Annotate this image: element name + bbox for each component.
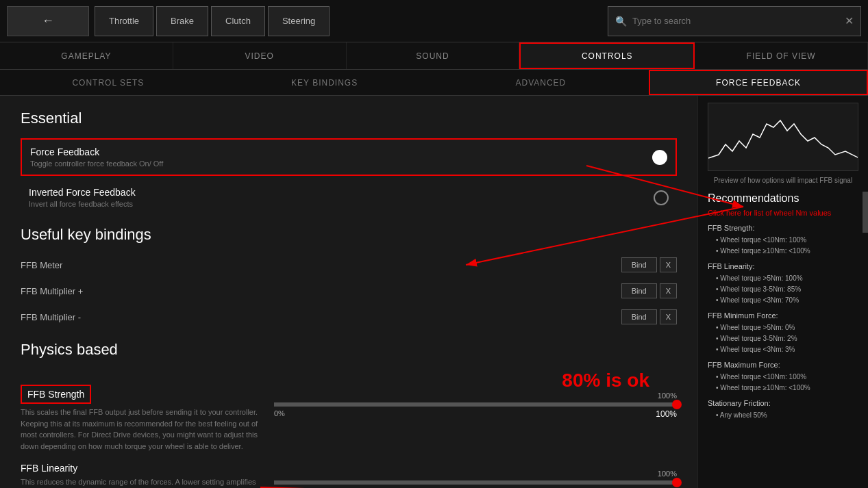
binding-row-1: FFB Multiplier + Bind X bbox=[21, 281, 677, 301]
tab-video[interactable]: VIDEO bbox=[173, 42, 347, 69]
ffb-linearity-label-row: FFB Linearity This reduces the dynamic r… bbox=[21, 463, 677, 488]
essential-title: Essential bbox=[21, 110, 677, 127]
force-feedback-name: Force Feedback bbox=[30, 146, 645, 157]
force-feedback-info: Force Feedback Toggle controller force f… bbox=[30, 146, 645, 168]
physics-based-title: Physics based bbox=[21, 341, 677, 359]
ffb-strength-fill bbox=[274, 402, 677, 407]
binding-row-2: FFB Multiplier - Bind X bbox=[21, 307, 677, 327]
ffb-linearity-top-label: 100% bbox=[274, 470, 677, 478]
rec-item-1-1: Wheel torque 3-5Nm: 85% bbox=[708, 284, 858, 295]
tab-sound[interactable]: SOUND bbox=[347, 42, 520, 69]
tab-gameplay[interactable]: GAMEPLAY bbox=[0, 42, 173, 69]
ffb-linearity-label-col: FFB Linearity This reduces the dynamic r… bbox=[21, 463, 260, 488]
search-box: 🔍 ✕ bbox=[608, 6, 861, 36]
ffb-linearity-thumb[interactable] bbox=[672, 478, 682, 487]
bind-button-2[interactable]: Bind bbox=[621, 309, 657, 324]
ffb-linearity-name: FFB Linearity bbox=[21, 463, 260, 474]
binding-name-0: FFB Meter bbox=[21, 260, 619, 270]
tab-clutch[interactable]: Clutch bbox=[211, 6, 265, 36]
useful-key-bindings-section: Useful key bindings FFB Meter Bind X FFB… bbox=[21, 226, 677, 327]
x-button-0[interactable]: X bbox=[660, 257, 677, 272]
ffb-strength-label-row: FFB Strength This scales the final FFB o… bbox=[21, 385, 677, 452]
physics-based-section: Physics based 80% is ok FFB Strength Thi… bbox=[21, 341, 677, 488]
tab-brake[interactable]: Brake bbox=[156, 6, 208, 36]
force-feedback-toggle[interactable] bbox=[652, 150, 667, 165]
ffb-linearity-desc: This reduces the dynamic range of the fo… bbox=[21, 476, 260, 488]
ffb-linearity-slider-col: 100% 50% 100% bbox=[274, 463, 677, 488]
sub-tabs: CONTROL SETS KEY BINDINGS ADVANCED FORCE… bbox=[0, 70, 868, 96]
rec-cat-2: FFB Minimum Force: bbox=[708, 311, 858, 320]
rec-item-1-0: Wheel torque >5Nm: 100% bbox=[708, 273, 858, 284]
rec-cat-3: FFB Maximum Force: bbox=[708, 361, 858, 369]
rec-item-0-0: Wheel torque <10Nm: 100% bbox=[708, 235, 858, 246]
ffb-strength-desc: This scales the final FFB output just be… bbox=[21, 407, 260, 452]
tab-field-of-view[interactable]: FIELD OF VIEW bbox=[695, 42, 868, 69]
rec-item-2-0: Wheel torque >5Nm: 0% bbox=[708, 322, 858, 333]
content-wrapper: Essential Force Feedback Toggle controll… bbox=[0, 96, 868, 488]
scrollbar-track bbox=[863, 192, 868, 488]
rec-cat-4: Stationary Friction: bbox=[708, 399, 858, 407]
ffb-strength-thumb[interactable] bbox=[672, 400, 682, 409]
ffb-linearity-row: FFB Linearity This reduces the dynamic r… bbox=[21, 463, 677, 488]
bind-button-1[interactable]: Bind bbox=[621, 283, 657, 298]
ffb-strength-top-label: 100% bbox=[274, 391, 677, 400]
tab-controls[interactable]: CONTROLS bbox=[519, 42, 695, 69]
back-button[interactable]: ← bbox=[7, 6, 89, 36]
ffb-preview bbox=[708, 103, 858, 171]
subtab-control-sets[interactable]: CONTROL SETS bbox=[0, 70, 216, 95]
tab-steering[interactable]: Steering bbox=[268, 6, 330, 36]
subtab-force-feedback[interactable]: FORCE FEEDBACK bbox=[649, 70, 868, 95]
rec-link[interactable]: Click here for list of wheel Nm values bbox=[708, 209, 858, 217]
inverted-force-feedback-name: Inverted Force Feedback bbox=[29, 187, 647, 198]
rec-item-0-1: Wheel torque ≥10Nm: <100% bbox=[708, 246, 858, 257]
top-bar: ← Throttle Brake Clutch Steering 🔍 ✕ bbox=[0, 0, 868, 42]
ffb-linearity-fill bbox=[274, 480, 677, 485]
ffb-strength-label-col: FFB Strength This scales the final FFB o… bbox=[21, 385, 260, 452]
binding-name-1: FFB Multiplier + bbox=[21, 286, 619, 296]
force-feedback-desc: Toggle controller force feedback On/ Off bbox=[30, 159, 645, 168]
subtab-advanced[interactable]: ADVANCED bbox=[433, 70, 649, 95]
binding-row-0: FFB Meter Bind X bbox=[21, 255, 677, 275]
binding-name-2: FFB Multiplier - bbox=[21, 312, 619, 322]
rec-item-3-1: Wheel torque ≥10Nm: <100% bbox=[708, 383, 858, 394]
main-tabs: GAMEPLAY VIDEO SOUND CONTROLS FIELD OF V… bbox=[0, 42, 868, 70]
inverted-force-feedback-desc: Invert all force feedback effects bbox=[29, 200, 647, 208]
rec-item-4-0: Any wheel 50% bbox=[708, 410, 858, 421]
ffb-strength-row: FFB Strength This scales the final FFB o… bbox=[21, 385, 677, 452]
inverted-force-feedback-row[interactable]: Inverted Force Feedback Invert all force… bbox=[21, 180, 677, 215]
inverted-force-feedback-toggle[interactable] bbox=[654, 190, 669, 205]
ffb-linearity-track[interactable] bbox=[274, 480, 677, 485]
essential-section: Essential Force Feedback Toggle controll… bbox=[21, 110, 677, 215]
preview-label: Preview of how options will impact FFB s… bbox=[708, 177, 858, 184]
rec-item-2-2: Wheel torque <3Nm: 3% bbox=[708, 344, 858, 355]
search-input[interactable] bbox=[632, 16, 839, 26]
main-panel: Essential Force Feedback Toggle controll… bbox=[0, 96, 698, 488]
force-feedback-row[interactable]: Force Feedback Toggle controller force f… bbox=[21, 138, 677, 176]
bind-button-0[interactable]: Bind bbox=[621, 257, 657, 272]
tab-throttle[interactable]: Throttle bbox=[95, 6, 153, 36]
ffb-strength-name: FFB Strength bbox=[21, 385, 91, 404]
useful-key-bindings-title: Useful key bindings bbox=[21, 226, 677, 244]
inverted-force-feedback-info: Inverted Force Feedback Invert all force… bbox=[29, 187, 647, 208]
x-button-1[interactable]: X bbox=[660, 283, 677, 298]
rec-item-3-0: Wheel torque <10Nm: 100% bbox=[708, 372, 858, 383]
scrollbar-thumb[interactable] bbox=[863, 192, 868, 233]
subtab-key-bindings[interactable]: KEY BINDINGS bbox=[216, 70, 433, 95]
close-icon[interactable]: ✕ bbox=[845, 14, 854, 27]
ffb-strength-slider-col: 100% 0% 100% bbox=[274, 385, 677, 419]
rec-item-2-1: Wheel torque 3-5Nm: 2% bbox=[708, 333, 858, 344]
ffb-strength-track[interactable] bbox=[274, 402, 677, 407]
recommendations-title: Recommendations bbox=[708, 192, 858, 205]
right-panel: Preview of how options will impact FFB s… bbox=[698, 96, 868, 488]
ffb-strength-bottom: 0% 100% bbox=[274, 409, 677, 419]
x-button-2[interactable]: X bbox=[660, 309, 677, 324]
back-icon: ← bbox=[42, 14, 54, 28]
rec-cat-1: FFB Linearity: bbox=[708, 262, 858, 270]
search-icon: 🔍 bbox=[615, 16, 627, 27]
rec-cat-0: FFB Strength: bbox=[708, 224, 858, 232]
bindings-list: FFB Meter Bind X FFB Multiplier + Bind X… bbox=[21, 255, 677, 327]
controller-tabs: Throttle Brake Clutch Steering bbox=[95, 6, 330, 36]
rec-item-1-2: Wheel torque <3Nm: 70% bbox=[708, 295, 858, 306]
ffb-strength-value: 100% bbox=[656, 409, 677, 419]
ffb-strength-min: 0% bbox=[274, 409, 285, 419]
